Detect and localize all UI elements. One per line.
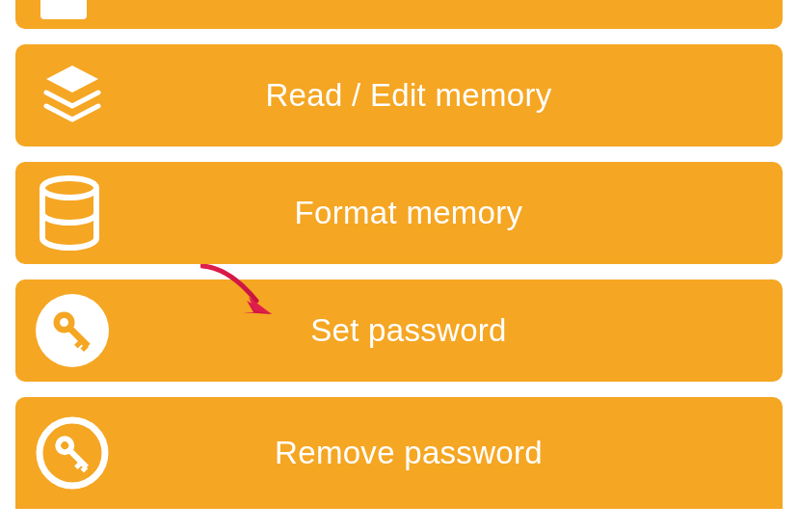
menu-item-format-memory[interactable]: Format memory bbox=[15, 162, 783, 264]
menu-item-read-edit-memory[interactable]: Read / Edit memory bbox=[15, 44, 783, 146]
menu-item-label: Set password bbox=[35, 312, 783, 349]
menu-item-remove-password[interactable]: Remove password bbox=[15, 397, 783, 509]
menu-item-0[interactable] bbox=[15, 0, 783, 29]
menu-item-label: Read / Edit memory bbox=[35, 77, 783, 114]
svg-rect-0 bbox=[40, 0, 87, 19]
menu-item-label: Format memory bbox=[35, 195, 783, 231]
menu-item-set-password[interactable]: Set password bbox=[15, 279, 783, 382]
lock-icon bbox=[35, 0, 112, 25]
menu-item-label: Remove password bbox=[35, 435, 783, 471]
